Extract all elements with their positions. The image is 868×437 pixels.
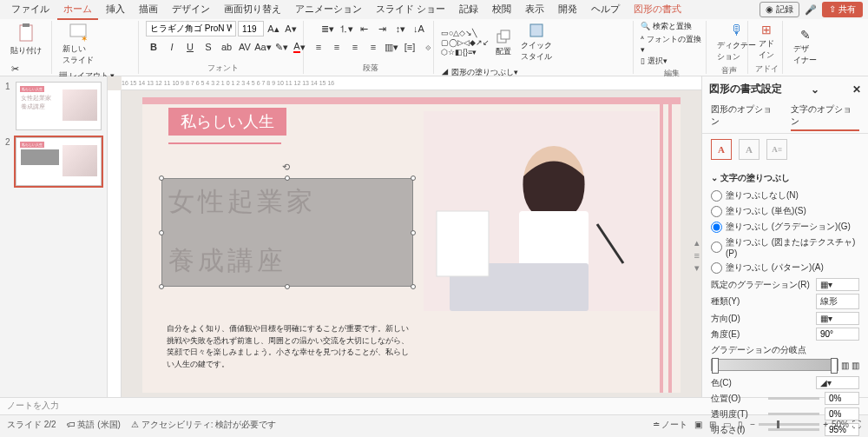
fill-picture-radio[interactable]: 塗りつぶし (図またはテクスチャ)(P) bbox=[711, 235, 859, 260]
fill-pattern-radio[interactable]: 塗りつぶし (パターン)(A) bbox=[711, 260, 859, 275]
shrink-font-icon[interactable]: A▾ bbox=[283, 21, 299, 36]
paste-button[interactable]: 貼り付け bbox=[7, 21, 45, 58]
title-text[interactable]: 私らしい人生 bbox=[168, 108, 286, 136]
tab-home[interactable]: ホーム bbox=[57, 0, 98, 20]
tab-view[interactable]: 表示 bbox=[519, 0, 550, 20]
view-reading-icon[interactable]: ▭ bbox=[723, 420, 731, 429]
align-right-icon[interactable]: ≡ bbox=[347, 39, 363, 55]
text-box-icon[interactable]: A≡ bbox=[766, 139, 787, 160]
add-stop-icon[interactable]: ▥ bbox=[841, 361, 849, 370]
view-slideshow-icon[interactable]: ▯ bbox=[738, 420, 743, 429]
accessibility-status[interactable]: ⚠ アクセシビリティ: 検討が必要です bbox=[131, 419, 276, 431]
rotate-handle-icon[interactable]: ⟲ bbox=[282, 162, 290, 173]
gradient-angle-input[interactable] bbox=[816, 328, 859, 341]
tab-file[interactable]: ファイル bbox=[5, 0, 56, 20]
spacing-icon[interactable]: AV bbox=[237, 39, 253, 55]
pane-tab-text[interactable]: 文字のオプション bbox=[791, 103, 860, 131]
tab-review[interactable]: 校閲 bbox=[486, 0, 517, 20]
align-left-icon[interactable]: ≡ bbox=[311, 39, 326, 55]
tab-animation[interactable]: アニメーション bbox=[289, 0, 368, 20]
selected-textbox[interactable]: ⟲ bbox=[161, 178, 413, 287]
tab-transition[interactable]: 画面切り替え bbox=[218, 0, 287, 20]
font-color-icon[interactable]: A▾ bbox=[292, 39, 307, 55]
columns-icon[interactable]: ▥▾ bbox=[384, 39, 399, 55]
slide-handle-icon[interactable]: ≡ bbox=[694, 250, 700, 261]
pane-tab-shape[interactable]: 図形のオプション bbox=[711, 103, 780, 131]
tab-insert[interactable]: 挿入 bbox=[100, 0, 131, 20]
tab-help[interactable]: ヘルプ bbox=[585, 0, 626, 20]
fill-section-header[interactable]: ⌄ 文字の塗りつぶし bbox=[711, 172, 859, 184]
slide-editor[interactable]: 16 15 14 13 12 11 10 9 8 7 6 5 4 3 2 1 0… bbox=[108, 76, 701, 397]
fill-solid-radio[interactable]: 塗りつぶし (単色)(S) bbox=[711, 203, 859, 219]
shadow-icon[interactable]: ab bbox=[219, 39, 234, 55]
zoom-out-icon[interactable]: − bbox=[750, 420, 755, 429]
new-slide-button[interactable]: ✶新しい スライド bbox=[59, 21, 97, 68]
bold-icon[interactable]: B bbox=[146, 39, 161, 55]
tab-shape-format[interactable]: 図形の書式 bbox=[628, 0, 687, 20]
indent-inc-icon[interactable]: ⇥ bbox=[375, 21, 391, 36]
align-center-icon[interactable]: ≡ bbox=[329, 39, 345, 55]
smartart-icon[interactable]: ⟐ bbox=[420, 39, 436, 55]
tab-slideshow[interactable]: スライド ショー bbox=[370, 0, 451, 20]
remove-stop-icon[interactable]: ▥ bbox=[852, 361, 859, 370]
tab-draw[interactable]: 描画 bbox=[133, 0, 164, 20]
fill-none-radio[interactable]: 塗りつぶしなし(N) bbox=[711, 188, 859, 203]
stop-color-select[interactable]: ◢▾ bbox=[816, 376, 859, 389]
text-effects-icon[interactable]: A bbox=[739, 139, 760, 160]
select-button[interactable]: ▯ 選択▾ bbox=[641, 56, 667, 67]
italic-icon[interactable]: I bbox=[164, 39, 180, 55]
align-text-icon[interactable]: [≡] bbox=[402, 39, 418, 55]
gradient-stops-bar[interactable] bbox=[711, 359, 838, 371]
preset-gradient-select[interactable]: ▦▾ bbox=[816, 278, 859, 291]
view-sorter-icon[interactable]: ⊞ bbox=[709, 420, 716, 429]
body-text[interactable]: 自分をよく知り、価値観や目標を明確にすることが重要です。新しい挑戦や失敗を恐れず… bbox=[167, 323, 410, 370]
record-button[interactable]: ◉ 記録 bbox=[760, 2, 799, 17]
grow-font-icon[interactable]: A▴ bbox=[266, 21, 281, 36]
bullets-icon[interactable]: ≣▾ bbox=[320, 21, 336, 36]
quick-styles-button[interactable]: クイック スタイル bbox=[517, 21, 556, 64]
tab-record[interactable]: 記録 bbox=[453, 0, 484, 20]
zoom-in-icon[interactable]: + bbox=[823, 420, 828, 429]
view-normal-icon[interactable]: ▣ bbox=[694, 420, 702, 429]
pane-dropdown-icon[interactable]: ⌄ bbox=[811, 83, 819, 96]
zoom-slider[interactable] bbox=[759, 423, 819, 426]
language-status[interactable]: 🏷 英語 (米国) bbox=[67, 419, 121, 431]
thumbnail-2[interactable]: 私らしい人生 bbox=[16, 137, 102, 186]
slide-counter[interactable]: スライド 2/2 bbox=[7, 419, 56, 431]
notes-toggle[interactable]: ≐ ノート bbox=[653, 419, 688, 431]
font-size-select[interactable] bbox=[238, 21, 264, 36]
gradient-type-select[interactable]: 線形 bbox=[816, 294, 859, 309]
text-fill-icon[interactable]: A bbox=[711, 139, 732, 160]
cut-icon[interactable]: ✂ bbox=[7, 61, 23, 76]
line-spacing-icon[interactable]: ↕▾ bbox=[393, 21, 409, 36]
case-icon[interactable]: Aa▾ bbox=[255, 39, 271, 55]
addins-button[interactable]: ⊞アド イン bbox=[755, 21, 778, 63]
tab-developer[interactable]: 開発 bbox=[552, 0, 583, 20]
arrange-button[interactable]: 配置 bbox=[492, 27, 515, 59]
highlight-icon[interactable]: ✎▾ bbox=[273, 39, 289, 55]
slide-photo[interactable] bbox=[424, 111, 658, 311]
strike-icon[interactable]: S bbox=[201, 39, 216, 55]
font-name-select[interactable] bbox=[146, 21, 236, 36]
justify-icon[interactable]: ≡ bbox=[365, 39, 381, 55]
share-button[interactable]: ⇧ 共有 bbox=[822, 2, 863, 17]
tab-design[interactable]: デザイン bbox=[166, 0, 216, 20]
fill-gradient-radio[interactable]: 塗りつぶし (グラデーション)(G) bbox=[711, 219, 859, 235]
fit-window-icon[interactable]: ⛶ bbox=[852, 420, 861, 429]
gradient-dir-select[interactable]: ▦▾ bbox=[816, 312, 859, 325]
next-slide-icon[interactable]: ▾ bbox=[694, 262, 700, 274]
slide-canvas[interactable]: 私らしい人生 女性起業家 養成講座 ⟲ 自分をよく知り、価値観や目標を明確にする… bbox=[142, 97, 681, 393]
font-replace-button[interactable]: ᴬ フォントの置換▾ bbox=[641, 34, 702, 54]
designer-button[interactable]: ✎デザ イナー bbox=[790, 26, 820, 68]
zoom-value[interactable]: 50% bbox=[832, 420, 849, 429]
prev-slide-icon[interactable]: ▴ bbox=[694, 237, 700, 248]
find-replace-button[interactable]: 🔍 検索と置換 bbox=[641, 21, 692, 32]
pane-close-icon[interactable]: ✕ bbox=[852, 83, 861, 96]
indent-dec-icon[interactable]: ⇤ bbox=[357, 21, 372, 36]
stop-position-input[interactable] bbox=[825, 392, 859, 405]
shapes-gallery[interactable]: ▭○△◇↘╲ ▢◯▷◁◆↗↙ ⬡☆◧{}≡▾ bbox=[441, 29, 490, 56]
numbering-icon[interactable]: ⒈▾ bbox=[339, 21, 354, 36]
mic-icon[interactable]: 🎤 bbox=[805, 4, 817, 16]
text-direction-icon[interactable]: ↓A bbox=[411, 21, 427, 36]
underline-icon[interactable]: U bbox=[182, 39, 198, 55]
